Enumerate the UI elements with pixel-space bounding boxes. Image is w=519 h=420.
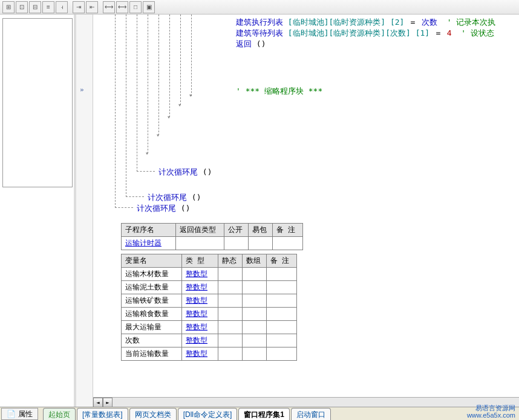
loop-end-2[interactable]: 计次循环尾 () [148,192,201,203]
col-static: 静态 [218,254,243,268]
loop-end-3[interactable]: 计次循环尾 () [137,203,190,214]
table-header-row: 变量名 类 型 静态 数组 备 注 [122,254,297,268]
table-row[interactable]: 运输铁矿数量整数型 [122,294,297,308]
side-panel [0,15,76,407]
col-remark: 备 注 [273,224,303,237]
table-row[interactable]: 次数整数型 [122,334,297,347]
gutter: » [76,15,93,407]
code-line-2[interactable]: 建筑等待列表 [临时城池][临时资源种类][次数] [1] ＝ 4 ' 设状态 [236,28,494,39]
side-panel-box[interactable] [2,18,73,187]
breakpoint-marker-icon[interactable]: » [80,86,84,94]
scroll-right-icon[interactable]: ► [103,398,113,407]
table-row[interactable]: 运输计时器 [122,237,303,250]
code-line-1[interactable]: 建筑执行列表 [临时城池][临时资源种类] [2] ＝ 次数 ' 记录本次执 [236,17,495,28]
code-editor[interactable]: » ➘ ▾ ▾ ▾ ▾ ▾ [76,15,519,407]
toolbar-btn-7[interactable]: ⇤ [86,1,98,13]
toolbar-btn-6[interactable]: ⇥ [73,1,85,13]
table-header-row: 子程序名 返回值类型 公开 易包 备 注 [122,224,303,237]
table-row[interactable]: 运输粮食数量整数型 [122,308,297,321]
tab-start-page[interactable]: 起始页 [43,408,76,420]
toolbar-btn-1[interactable]: ⊞ [2,1,15,13]
tab-startup-window[interactable]: 启动窗口 [291,408,331,420]
watermark: 易语言资源网 www.e5a5x.com [467,404,515,419]
tab-const-table[interactable]: [常量数据表] [77,408,128,420]
code-line-3[interactable]: 返回 () [236,39,266,50]
properties-button[interactable]: 📄 属性 [1,408,38,420]
subroutine-table[interactable]: 子程序名 返回值类型 公开 易包 备 注 运输计时器 [121,223,303,250]
col-return-type: 返回值类型 [176,224,224,237]
col-type: 类 型 [182,254,218,268]
tab-strip: 起始页 [常量数据表] 网页文档类 [Dll命令定义表] 窗口程序集1 启动窗口 [43,408,332,420]
tab-window-proc[interactable]: 窗口程序集1 [238,408,290,420]
table-row[interactable]: 当前运输数量整数型 [122,347,297,361]
toolbar-btn-4[interactable]: ≡ [42,1,54,13]
col-remark: 备 注 [267,254,297,268]
col-var-name: 变量名 [122,254,182,268]
toolbar-btn-9[interactable]: ⟷ [116,1,128,13]
variable-table[interactable]: 变量名 类 型 静态 数组 备 注 运输木材数量整数型 运输泥土数量整数型 运输… [121,254,297,361]
toolbar-btn-10[interactable]: □ [129,1,142,13]
table-row[interactable]: 运输泥土数量整数型 [122,281,297,294]
col-sub-name: 子程序名 [122,224,176,237]
tab-web-docs[interactable]: 网页文档类 [129,408,177,420]
code-comment-block[interactable]: ' *** 缩略程序块 *** [236,86,322,97]
toolbar-btn-2[interactable]: ⊡ [16,1,28,13]
loop-end-1[interactable]: 计次循环尾 () [158,167,212,178]
toolbar: ⊞ ⊡ ⊟ ≡ ⫞ ⇥ ⇤ ⟷ ⟷ □ ▣ [0,0,519,15]
col-easypack: 易包 [249,224,273,237]
scroll-left-icon[interactable]: ◄ [93,398,103,407]
col-public: 公开 [224,224,249,237]
toolbar-btn-3[interactable]: ⊟ [29,1,41,13]
horizontal-scrollbar[interactable]: ◄ ► [93,397,519,407]
properties-icon: 📄 [7,410,16,418]
table-row[interactable]: 最大运输量整数型 [122,321,297,334]
table-row[interactable]: 运输木材数量整数型 [122,268,297,281]
tab-dll-cmd[interactable]: [Dll命令定义表] [178,408,238,420]
col-array: 数组 [243,254,267,268]
toolbar-btn-11[interactable]: ▣ [143,1,155,13]
bottom-bar: 📄 属性 起始页 [常量数据表] 网页文档类 [Dll命令定义表] 窗口程序集1… [0,407,519,420]
toolbar-btn-8[interactable]: ⟷ [103,1,115,13]
toolbar-btn-5[interactable]: ⫞ [56,1,68,13]
